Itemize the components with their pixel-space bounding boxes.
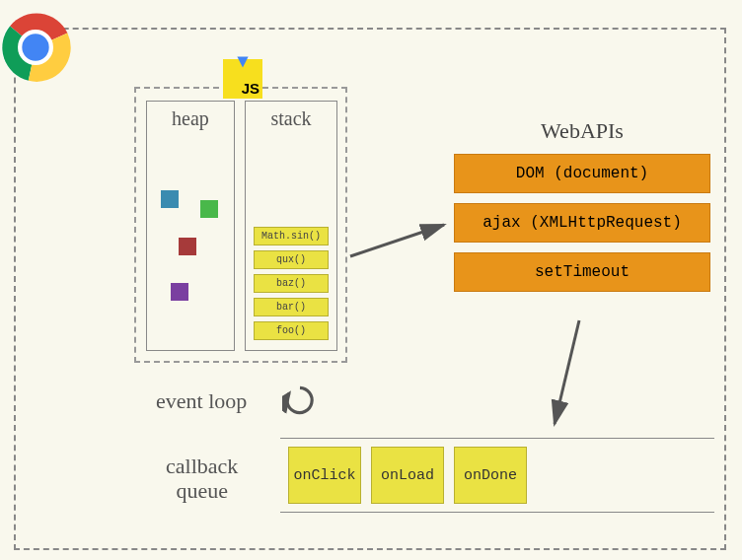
heap-label: heap xyxy=(147,102,234,130)
callback-item: onClick xyxy=(288,447,361,504)
stack-label: stack xyxy=(246,102,336,130)
svg-line-4 xyxy=(555,320,579,424)
event-loop-icon xyxy=(282,383,318,418)
heap-box: heap xyxy=(146,101,235,351)
heap-object xyxy=(179,238,196,255)
webapis-title: WebAPIs xyxy=(454,118,710,144)
callback-item: onDone xyxy=(454,447,527,504)
webapi-dom: DOM (document) xyxy=(454,154,710,193)
heap-object xyxy=(200,200,218,218)
stack-frame: bar() xyxy=(254,298,329,316)
js-badge: JS xyxy=(223,59,262,99)
callback-item: onLoad xyxy=(371,447,444,504)
v8-logo-icon xyxy=(236,55,250,69)
stack-frame: foo() xyxy=(254,321,329,340)
stack-frame: Math.sin() xyxy=(254,227,329,245)
stack-frame: qux() xyxy=(254,250,329,269)
stack-items: Math.sin() qux() baz() bar() foo() xyxy=(246,223,336,350)
js-engine-box: heap stack Math.sin() qux() baz() bar() … xyxy=(134,87,347,363)
arrow-stack-to-webapi-icon xyxy=(345,217,454,266)
webapi-ajax: ajax (XMLHttpRequest) xyxy=(454,203,710,243)
webapis-box: WebAPIs DOM (document) ajax (XMLHttpRequ… xyxy=(454,118,710,302)
event-loop-label: event loop xyxy=(156,388,247,414)
webapi-settimeout: setTimeout xyxy=(454,252,710,292)
stack-frame: baz() xyxy=(254,274,329,293)
svg-line-3 xyxy=(350,225,444,256)
heap-object xyxy=(161,190,179,208)
chrome-logo-icon xyxy=(0,12,71,83)
arrow-webapi-to-queue-icon xyxy=(545,315,614,434)
js-badge-text: JS xyxy=(242,80,260,97)
heap-object xyxy=(171,283,188,301)
callback-queue-label: callbackqueue xyxy=(166,454,238,504)
callback-queue: onClick onLoad onDone xyxy=(280,438,714,513)
stack-box: stack Math.sin() qux() baz() bar() foo() xyxy=(245,101,337,351)
